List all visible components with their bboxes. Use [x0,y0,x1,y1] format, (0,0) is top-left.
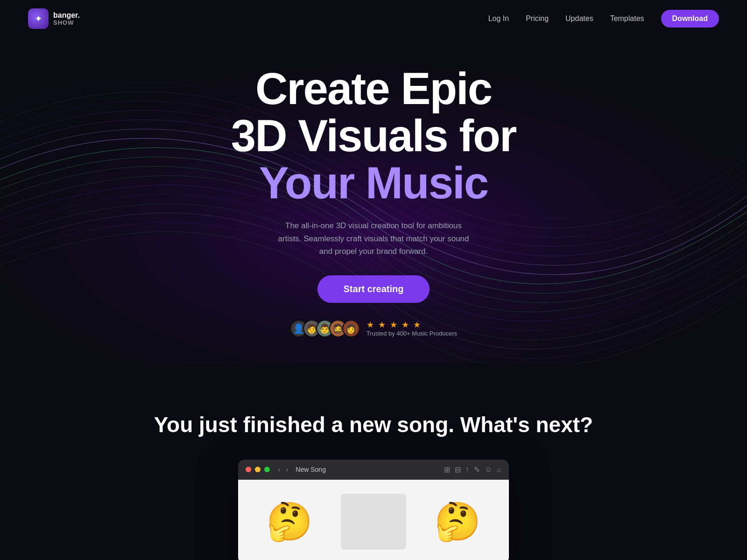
app-window: ‹ › New Song ⊞ ⊟ ↑ ✎ ☺ ⌕ 🤔 🤔 [238,460,509,560]
nav-links: Log In Pricing Updates Templates Downloa… [488,10,719,28]
view-icon[interactable]: ⊟ [455,465,461,474]
proof-label: Trusted by 400+ Music Producers [366,330,457,337]
hero-title-line1: Create Epic [231,65,516,112]
hero-subtitle: The all-in-one 3D visual creation tool f… [275,219,472,258]
download-button[interactable]: Download [661,10,719,28]
window-minimize-dot[interactable] [255,467,261,472]
logo-text: banger. SHOW [53,11,80,26]
nav-templates[interactable]: Templates [610,14,644,23]
section2: You just finished a new song. What's nex… [0,375,747,560]
window-nav: ‹ › [278,466,288,473]
window-forward-icon[interactable]: › [286,466,289,473]
grid-icon[interactable]: ⊞ [444,465,450,474]
nav-login[interactable]: Log In [488,14,509,23]
window-back-icon[interactable]: ‹ [278,466,281,473]
social-proof: 👤 🧑 👨 🧔 👩 ★ ★ ★ ★ ★ Trusted by 400+ Musi… [290,320,457,337]
content-placeholder [341,494,406,550]
hero-title: Create Epic 3D Visuals for Your Music [231,65,516,206]
thinking-emoji-right: 🤔 [434,500,481,544]
logo-star: ✦ [35,13,42,24]
thinking-emoji-left: 🤔 [266,500,313,544]
window-toolbar: ⊞ ⊟ ↑ ✎ ☺ ⌕ [444,465,501,474]
star-rating: ★ ★ ★ ★ ★ [366,320,422,330]
emoji-icon[interactable]: ☺ [485,465,492,474]
search-icon[interactable]: ⌕ [497,465,501,474]
share-icon[interactable]: ↑ [465,465,469,474]
hero-title-line3: Your Music [231,160,516,207]
logo-icon: ✦ [28,8,49,29]
hero-section: Create Epic 3D Visuals for Your Music Th… [0,37,747,375]
draw-icon[interactable]: ✎ [474,465,480,474]
logo[interactable]: ✦ banger. SHOW [28,8,80,29]
avatar-group: 👤 🧑 👨 🧔 👩 [290,320,360,337]
window-maximize-dot[interactable] [264,467,270,472]
window-titlebar: ‹ › New Song ⊞ ⊟ ↑ ✎ ☺ ⌕ [238,460,509,480]
section2-title: You just finished a new song. What's nex… [154,412,593,437]
avatar: 👩 [342,320,360,337]
window-title: New Song [296,466,326,473]
window-body: 🤔 🤔 [238,480,509,560]
logo-show: SHOW [53,20,80,26]
navbar: ✦ banger. SHOW Log In Pricing Updates Te… [0,0,747,37]
start-creating-button[interactable]: Start creating [317,275,430,303]
proof-text: ★ ★ ★ ★ ★ Trusted by 400+ Music Producer… [366,320,457,337]
nav-updates[interactable]: Updates [565,14,593,23]
hero-content: Create Epic 3D Visuals for Your Music Th… [231,65,516,337]
logo-banger: banger. [53,11,80,20]
nav-pricing[interactable]: Pricing [526,14,549,23]
window-close-dot[interactable] [246,467,251,472]
hero-title-line2: 3D Visuals for [231,112,516,160]
